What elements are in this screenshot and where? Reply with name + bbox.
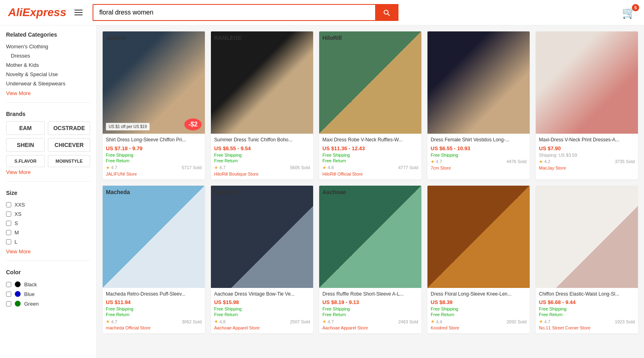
- product-card-1-2[interactable]: RANLEGE Summer Dress Tunic Chiffon Boho.…: [211, 31, 313, 180]
- product-image: [211, 186, 313, 288]
- product-return: Free Return: [322, 312, 418, 317]
- brand-item-shein[interactable]: SHEIN: [6, 138, 45, 152]
- product-card-2-1[interactable]: Macheda Macheda Retro-Dresses Puff-Sleev…: [103, 186, 205, 334]
- sidebar-color-green[interactable]: Green: [6, 299, 90, 308]
- product-card-1-5[interactable]: Maxi-Dress V-Neck Print Dresses-A... US …: [536, 31, 638, 180]
- product-sold: 5605 Sold: [290, 165, 310, 170]
- product-card-1-4[interactable]: Dress Female Shirt Vestidos Long-... US …: [427, 31, 530, 180]
- product-shipping: Free Shipping: [431, 153, 526, 157]
- product-area: Jalifuni US $1 off per US $19 -$2 Shirt …: [97, 25, 644, 358]
- product-title: Maxi Dress Robe V-Neck Ruffles-W...: [322, 137, 418, 143]
- product-store[interactable]: MacJay Store: [539, 166, 635, 170]
- hamburger-line-2: [74, 12, 83, 13]
- brand-item-chicever[interactable]: CHICEVER: [48, 138, 90, 152]
- product-shipping: Free Shipping: [431, 306, 526, 311]
- brands-view-more[interactable]: View More: [6, 169, 90, 175]
- product-store[interactable]: HiloRill Boutique Store: [214, 172, 310, 176]
- categories-view-more[interactable]: View More: [6, 90, 90, 96]
- product-price: US $11.36 - 12.43: [322, 145, 418, 151]
- brands-grid: EAM OCSTRADE SHEIN CHICEVER S.FLAVOR MOI…: [6, 121, 90, 167]
- product-card-1-3[interactable]: HiloRill Maxi Dress Robe V-Neck Ruffles-…: [319, 31, 421, 180]
- product-store[interactable]: Koodred Store: [431, 325, 526, 330]
- product-sold: 3735 Sold: [615, 159, 635, 164]
- product-title: Dress Female Shirt Vestidos Long-...: [431, 137, 526, 143]
- product-card-2-4[interactable]: Dress Floral Long-Sleeve Knee-Len... US …: [427, 186, 530, 334]
- product-info: Dress Ruffle Robe Short-Sleeve A-L... US…: [319, 288, 421, 334]
- product-price: US $7.18 - 9.79: [106, 145, 202, 151]
- product-rating: ★ 4.4: [431, 319, 442, 324]
- sidebar: Related Categories Women's Clothing Dres…: [0, 25, 97, 358]
- sidebar-size-s[interactable]: S: [6, 219, 90, 228]
- product-store[interactable]: 7cm Store: [431, 166, 526, 170]
- product-sold: 1923 Sold: [615, 319, 635, 324]
- rating-value: 4.7: [544, 319, 550, 324]
- product-price: US $8.39: [431, 299, 526, 305]
- product-card-2-3[interactable]: Aachoae Dress Ruffle Robe Short-Sleeve A…: [319, 186, 421, 334]
- size-view-more[interactable]: View More: [6, 248, 90, 255]
- brand-item-ocstrade[interactable]: OCSTRADE: [48, 121, 90, 135]
- product-store[interactable]: Aachoae Apparel Store: [322, 325, 418, 330]
- product-store[interactable]: HiloRill Official Store: [322, 172, 418, 176]
- product-rating: ★ 4.8: [214, 319, 225, 324]
- sidebar-size-xs[interactable]: XS: [6, 209, 90, 219]
- sidebar-size-m[interactable]: M: [6, 228, 90, 237]
- product-store[interactable]: JALIFUNI Store: [106, 172, 202, 176]
- product-return: Free Return: [214, 312, 310, 317]
- rating-value: 4.2: [544, 159, 550, 164]
- sidebar-section-categories: Related Categories Women's Clothing Dres…: [6, 31, 90, 103]
- sidebar-color-black[interactable]: Black: [6, 279, 90, 289]
- brand-item-moiinstyle[interactable]: MOIINSTYLE: [48, 155, 90, 167]
- product-price: US $8.19 - 9.13: [322, 299, 418, 305]
- search-input[interactable]: [93, 5, 375, 20]
- brand-item-eam[interactable]: EAM: [6, 121, 45, 135]
- sidebar-color-title: Color: [6, 269, 90, 275]
- product-image-container: [536, 31, 638, 134]
- product-image: [427, 186, 530, 288]
- product-price: US $11.94: [106, 299, 202, 305]
- black-swatch: [14, 281, 21, 288]
- product-store[interactable]: Aachoae Apparel Store: [214, 325, 310, 330]
- sidebar-section-color: Color Black Blue Green: [6, 269, 90, 315]
- product-info: Dress Female Shirt Vestidos Long-... US …: [427, 134, 530, 174]
- green-swatch: [14, 300, 21, 307]
- star-icon: ★: [322, 319, 326, 324]
- product-image-container: Aachoae: [211, 186, 313, 288]
- product-shipping: Free Shipping: [106, 306, 202, 311]
- cart-badge: 5: [632, 4, 639, 11]
- brand-item-sflavor[interactable]: S.FLAVOR: [6, 155, 45, 167]
- rating-value: 4.8: [328, 165, 334, 170]
- product-image-container: RANLEGE: [211, 31, 313, 134]
- product-info: Maxi-Dress V-Neck Print Dresses-A... US …: [536, 134, 638, 174]
- rating-value: 4.7: [436, 159, 442, 164]
- star-icon: ★: [431, 319, 435, 324]
- product-store[interactable]: macheda Official Store: [106, 325, 202, 330]
- product-sold: 4476 Sold: [506, 159, 526, 164]
- search-button[interactable]: [375, 5, 398, 20]
- sidebar-size-xxs[interactable]: XXS: [6, 200, 90, 209]
- product-title: Dress Floral Long-Sleeve Knee-Len...: [431, 291, 526, 298]
- sidebar-item-mother-kids[interactable]: Mother & Kids: [6, 60, 90, 70]
- product-brand-tag: HiloRill: [322, 35, 342, 41]
- product-price: US $7.90: [539, 145, 635, 151]
- star-icon: ★: [431, 159, 435, 164]
- product-card-1-1[interactable]: Jalifuni US $1 off per US $19 -$2 Shirt …: [103, 31, 205, 180]
- sidebar-item-womens-clothing[interactable]: Women's Clothing: [6, 42, 90, 51]
- sidebar-color-blue[interactable]: Blue: [6, 289, 90, 299]
- hamburger-line-3: [74, 14, 83, 15]
- product-store[interactable]: No.11 Street Corner Store: [539, 325, 635, 330]
- product-footer: ★ 4.7 5717 Sold: [106, 165, 202, 170]
- star-icon: ★: [106, 165, 110, 170]
- product-image-container: Jalifuni US $1 off per US $19 -$2: [103, 31, 205, 134]
- product-info: Summer Dress Tunic Chiffon Boho... US $8…: [211, 134, 313, 180]
- product-sold: 3062 Sold: [182, 319, 202, 324]
- product-card-2-5[interactable]: Chiffon Dress Elastic-Waist Long-Sl... U…: [536, 186, 638, 334]
- sidebar-item-dresses[interactable]: Dresses: [6, 51, 90, 60]
- product-image: [319, 186, 421, 288]
- sidebar-item-novelty[interactable]: Novelty & Special Use: [6, 70, 90, 79]
- sidebar-size-l[interactable]: L: [6, 237, 90, 246]
- sidebar-item-underwear[interactable]: Underwear & Sleepwears: [6, 79, 90, 88]
- hamburger-button[interactable]: [72, 8, 85, 17]
- product-rating: ★ 4.7: [322, 319, 334, 324]
- product-card-2-2[interactable]: Aachoae Aachoae Dress Vintage Bow-Tie Ve…: [211, 186, 313, 334]
- cart-area[interactable]: 🛒 5: [622, 6, 636, 19]
